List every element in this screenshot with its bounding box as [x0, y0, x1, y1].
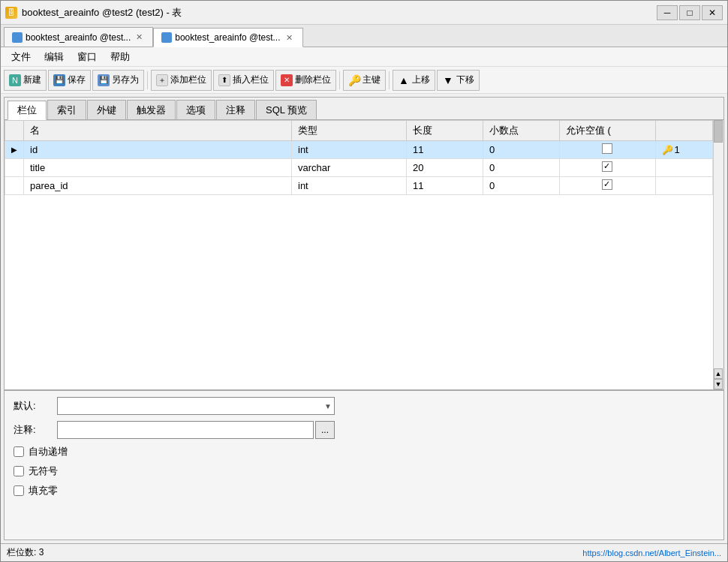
col-key-parea_id: [655, 177, 713, 195]
minimize-button[interactable]: ─: [657, 5, 678, 20]
auto-increment-label: 自动递增: [29, 445, 68, 458]
add-col-button[interactable]: ＋ 添加栏位: [151, 70, 212, 91]
save-button[interactable]: 💾 保存: [48, 70, 91, 91]
col-length-parea_id[interactable]: 11: [407, 177, 483, 195]
menu-help[interactable]: 帮助: [104, 49, 136, 65]
status-left: 栏位数: 3: [7, 546, 44, 559]
default-select[interactable]: [57, 397, 335, 415]
del-col-button[interactable]: ✕ 删除栏位: [275, 70, 336, 91]
toolbar-sep-2: [339, 71, 340, 89]
addcol-icon: ＋: [156, 74, 168, 86]
save-as-button[interactable]: 💾 另存为: [92, 70, 144, 91]
doc-tab-2[interactable]: booktest_areainfo @test... ✕: [153, 28, 302, 47]
del-col-label: 删除栏位: [295, 74, 331, 86]
tab-comment[interactable]: 注释: [216, 100, 255, 119]
doc-tab-label-2: booktest_areainfo @test...: [175, 32, 280, 43]
col-type-id[interactable]: int: [292, 141, 407, 159]
nullable-checkbox-id[interactable]: [602, 143, 612, 154]
table-scrollbar[interactable]: ▲ ▼: [713, 120, 723, 389]
col-decimal-title[interactable]: 0: [483, 159, 560, 177]
default-label: 默认:: [14, 399, 51, 413]
props-panel: 默认: ▼ 注释: ...: [5, 389, 723, 539]
tab-comment-label: 注释: [226, 104, 245, 117]
columns-table: 名 类型 长度 小数点 允许空值 ( ▶ id: [5, 120, 713, 195]
comment-edit-button[interactable]: ...: [315, 421, 335, 439]
menu-window[interactable]: 窗口: [71, 49, 103, 65]
doc-tab-close-1[interactable]: ✕: [134, 32, 145, 43]
tab-sql-preview[interactable]: SQL 预览: [256, 100, 317, 119]
key-number-id: 1: [675, 144, 680, 155]
move-down-button[interactable]: ▼ 下移: [437, 70, 480, 91]
tab-options[interactable]: 选项: [176, 100, 215, 119]
table-row[interactable]: title varchar 20 0: [5, 159, 713, 177]
unsigned-label: 无符号: [29, 464, 58, 478]
menu-edit[interactable]: 编辑: [38, 49, 70, 65]
col-length-title[interactable]: 20: [407, 159, 483, 177]
row-arrow-id: ▶: [5, 141, 24, 159]
close-button[interactable]: ✕: [702, 5, 723, 20]
nullable-checkbox-parea_id[interactable]: [602, 179, 612, 190]
scrollbar-up[interactable]: ▲: [714, 368, 723, 379]
auto-increment-checkbox[interactable]: [14, 446, 24, 457]
menu-file[interactable]: 文件: [5, 49, 37, 65]
doc-tab-label-1: booktest_areainfo @test...: [26, 32, 131, 43]
doc-tab-1[interactable]: booktest_areainfo @test... ✕: [4, 27, 153, 47]
insertcol-icon: ⬆: [218, 74, 230, 86]
app-icon: 🗄: [5, 7, 17, 19]
col-nullable-title[interactable]: [560, 159, 656, 177]
key-icon-id: 🔑: [662, 145, 673, 155]
table-scroll-area[interactable]: 名 类型 长度 小数点 允许空值 ( ▶ id: [5, 120, 713, 389]
maximize-button[interactable]: □: [679, 5, 700, 20]
table-row[interactable]: ▶ id int 11 0 🔑1: [5, 141, 713, 159]
zero-fill-label: 填充零: [29, 484, 58, 497]
col-header-name: 名: [24, 121, 292, 141]
col-nullable-parea_id[interactable]: [560, 177, 656, 195]
window-title: booktest_areainfo @test2 (test2) - 表: [22, 6, 182, 20]
insert-col-label: 插入栏位: [233, 74, 269, 86]
doc-tab-close-2[interactable]: ✕: [284, 32, 295, 44]
tab-indexes-label: 索引: [57, 104, 77, 117]
zero-fill-row: 填充零: [14, 484, 714, 497]
tab-triggers[interactable]: 触发器: [127, 100, 176, 119]
col-key-id: 🔑1: [655, 141, 713, 159]
down-icon: ▼: [442, 74, 454, 86]
toolbar-sep-1: [147, 71, 148, 89]
col-decimal-parea_id[interactable]: 0: [483, 177, 560, 195]
doc-tab-icon-1: [12, 32, 23, 43]
move-up-button[interactable]: ▲ 上移: [393, 70, 435, 91]
col-length-id[interactable]: 11: [407, 141, 483, 159]
tab-foreign-keys[interactable]: 外键: [87, 100, 126, 119]
col-name-title[interactable]: title: [24, 159, 292, 177]
scrollbar-thumb[interactable]: [714, 120, 723, 143]
empty-table-area[interactable]: [5, 195, 713, 345]
new-button[interactable]: N 新建: [4, 70, 47, 91]
col-type-parea_id[interactable]: int: [292, 177, 407, 195]
toolbar-sep-3: [389, 71, 390, 89]
col-name-id[interactable]: id: [24, 141, 292, 159]
up-icon: ▲: [398, 74, 410, 86]
col-nullable-id[interactable]: [560, 141, 656, 159]
tab-foreign-keys-label: 外键: [97, 104, 116, 117]
unsigned-checkbox[interactable]: [14, 466, 24, 476]
default-row: 默认: ▼: [14, 397, 714, 415]
table-row[interactable]: parea_id int 11 0: [5, 177, 713, 195]
col-type-title[interactable]: varchar: [292, 159, 407, 177]
col-header-length: 长度: [407, 121, 483, 141]
tab-columns[interactable]: 栏位: [8, 101, 47, 120]
zero-fill-checkbox[interactable]: [14, 485, 24, 496]
title-bar: 🗄 booktest_areainfo @test2 (test2) - 表 ─…: [1, 1, 727, 25]
tab-indexes[interactable]: 索引: [47, 100, 86, 119]
primary-key-button[interactable]: 🔑 主键: [343, 70, 386, 91]
insert-col-button[interactable]: ⬆ 插入栏位: [213, 70, 274, 91]
scrollbar-down[interactable]: ▼: [714, 379, 723, 389]
col-name-parea_id[interactable]: parea_id: [24, 177, 292, 195]
col-decimal-id[interactable]: 0: [483, 141, 560, 159]
nullable-checkbox-title[interactable]: [602, 161, 612, 172]
doc-tab-bar: booktest_areainfo @test... ✕ booktest_ar…: [1, 25, 727, 47]
status-bar: 栏位数: 3 https://blog.csdn.net/Albert_Eins…: [1, 543, 727, 561]
toolbar: N 新建 💾 保存 💾 另存为 ＋ 添加栏位 ⬆ 插入栏位 ✕ 删除栏位 🔑 主…: [1, 67, 727, 94]
move-down-label: 下移: [456, 74, 474, 86]
save-label: 保存: [68, 74, 86, 86]
auto-increment-row: 自动递增: [14, 445, 714, 458]
comment-input[interactable]: [57, 421, 314, 439]
